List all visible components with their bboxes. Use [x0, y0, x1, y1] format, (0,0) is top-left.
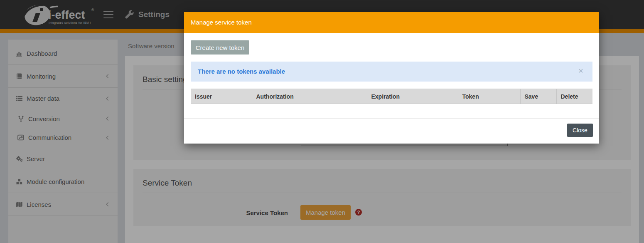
create-new-token-button[interactable]: Create new token — [191, 40, 249, 55]
alert-message: There are no tokens available — [198, 68, 285, 75]
modal-title: Manage service token — [191, 19, 252, 26]
column-header-issuer: Issuer — [191, 89, 252, 104]
column-header-save: Save — [520, 89, 556, 104]
table-header-row: Issuer Authorization Expiration Token Sa… — [191, 89, 592, 104]
column-header-authorization: Authorization — [252, 89, 367, 104]
manage-service-token-modal: Manage service token Create new token Th… — [184, 12, 599, 144]
app-window: i-effect ® Integrated solutions for IBM … — [0, 0, 644, 243]
tokens-table: Issuer Authorization Expiration Token Sa… — [191, 89, 592, 104]
modal-footer-divider — [184, 118, 599, 119]
close-button[interactable]: Close — [567, 124, 593, 137]
column-header-expiration: Expiration — [367, 89, 458, 104]
modal-header: Manage service token — [184, 12, 599, 33]
column-header-delete: Delete — [556, 89, 592, 104]
column-header-token: Token — [458, 89, 520, 104]
alert-close-icon[interactable]: × — [578, 66, 583, 75]
no-tokens-alert: There are no tokens available × — [191, 62, 592, 82]
